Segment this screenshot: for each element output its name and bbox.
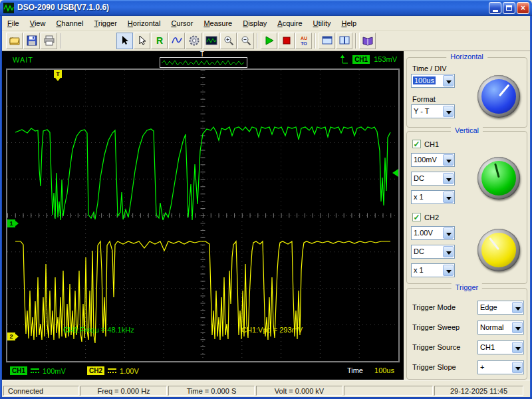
ch2-knob[interactable] (477, 229, 520, 271)
waveform-display-button[interactable] (203, 33, 219, 49)
app-icon (3, 3, 14, 13)
menu-acquire[interactable]: Acquire (272, 17, 307, 29)
freq-status: Freq = 0.000 Hz (80, 386, 167, 396)
help-button[interactable] (359, 33, 376, 49)
minimize-icon (493, 10, 498, 12)
menu-measure[interactable]: Measure (198, 17, 237, 29)
acquisition-status: WAIT (13, 56, 33, 64)
ch2-checkbox[interactable]: ✓ CH2 (412, 213, 439, 221)
ch2-coupling-select[interactable]: DC (411, 245, 455, 259)
toolbar-separator (315, 33, 316, 49)
chevron-down-icon[interactable] (512, 362, 523, 373)
trigger-slope-select[interactable]: + (477, 360, 524, 374)
autoset-button[interactable]: AUTO (295, 33, 312, 49)
open-button[interactable] (6, 33, 23, 49)
maximize-button[interactable] (503, 2, 515, 14)
calibration-button[interactable] (186, 33, 202, 49)
ch2-scale-readout: CH2 1.00V (87, 366, 139, 375)
marker-tail (15, 221, 21, 226)
toolbar-separator (60, 33, 61, 49)
format-select[interactable]: Y - T (411, 104, 455, 118)
scope-area: WAIT T CH1 153mV T 1 2 CH1:Frequ = 48.1k… (2, 51, 404, 380)
chevron-down-icon[interactable] (443, 246, 454, 257)
refresh-button[interactable]: R (151, 33, 168, 49)
ch1-checkbox[interactable]: ✓ CH1 (412, 140, 439, 148)
trigger-mode-value: Edge (480, 303, 497, 311)
fft-button[interactable] (168, 33, 185, 49)
ch2-badge: CH2 (87, 366, 104, 375)
zoom-in-icon (223, 35, 235, 47)
dc-coupling-icon (108, 368, 116, 374)
print-button[interactable] (41, 33, 57, 49)
toolbar-separator (257, 33, 258, 49)
chevron-down-icon[interactable] (512, 302, 523, 313)
minimize-button[interactable] (489, 2, 501, 14)
menu-display[interactable]: Display (237, 17, 272, 29)
ch2-checkbox-label: CH2 (424, 213, 439, 221)
time-div-select[interactable]: 100us (411, 74, 455, 88)
chevron-down-icon[interactable] (443, 154, 454, 166)
chevron-down-icon[interactable] (443, 265, 454, 276)
chevron-down-icon[interactable] (443, 106, 454, 117)
menu-channel[interactable]: Channel (51, 17, 88, 29)
time-label: Time (347, 366, 363, 374)
ch1-probe-select[interactable]: x 1 (411, 190, 455, 204)
trigger-source-select[interactable]: CH1 (477, 340, 524, 354)
knob-face (481, 161, 516, 196)
ch1-coupling-value: DC (414, 174, 424, 182)
ch2-position-marker[interactable]: 2 (7, 332, 15, 340)
ch2-probe-select[interactable]: x 1 (411, 263, 455, 277)
help-book-icon (362, 35, 374, 47)
menu-utility[interactable]: Utility (308, 17, 336, 29)
split-window-icon (338, 35, 350, 47)
hpos-preview[interactable] (160, 57, 247, 68)
stop-button[interactable] (278, 33, 295, 49)
select-tool-button[interactable] (116, 33, 133, 49)
chevron-down-icon[interactable] (512, 342, 523, 353)
ch2-volts-value: 1.00V (414, 229, 433, 237)
ch1-scale-value: 100mV (43, 367, 66, 375)
scope-display[interactable]: T 1 2 CH1:Frequ = 48.1kHz CH1:Vpp = 293m… (6, 68, 400, 362)
chevron-down-icon[interactable] (443, 75, 454, 86)
trigger-mode-select[interactable]: Edge (477, 301, 524, 315)
chevron-down-icon[interactable] (443, 227, 454, 239)
trigger-source-badge: CH1 (352, 55, 370, 64)
trigger-level-marker[interactable] (388, 169, 398, 177)
menu-view[interactable]: View (25, 17, 51, 29)
ch2-volts-select[interactable]: 1.00V (411, 226, 455, 240)
trigger-sweep-select[interactable]: Normal (477, 321, 524, 334)
zoom-out-button[interactable] (237, 33, 254, 49)
menu-file[interactable]: File (2, 17, 25, 29)
start-button[interactable] (261, 33, 277, 49)
chevron-down-icon[interactable] (443, 192, 454, 203)
window-layout-button[interactable] (319, 33, 335, 49)
menu-horizontal[interactable]: Horizontal (122, 17, 166, 29)
menu-cursor[interactable]: Cursor (166, 17, 198, 29)
trigger-sweep-value: Normal (480, 323, 503, 331)
chevron-down-icon[interactable] (512, 322, 523, 333)
ch1-knob[interactable] (477, 157, 520, 200)
trigger-slope-value: + (480, 363, 484, 371)
window-split-button[interactable] (336, 33, 352, 49)
knob-face (481, 233, 516, 267)
checkbox-box[interactable]: ✓ (412, 140, 421, 148)
chevron-down-icon[interactable] (443, 173, 454, 184)
horizontal-knob[interactable] (477, 75, 520, 118)
close-button[interactable]: × (517, 2, 529, 14)
menu-help[interactable]: Help (336, 17, 362, 29)
scope-scale-strip: CH1 100mV CH2 1.00V Time 100us (2, 362, 404, 380)
trigger-position-marker[interactable]: T (54, 70, 62, 78)
checkbox-box[interactable]: ✓ (412, 213, 421, 221)
window-title: DSO-2090 USB(V7.1.0.6) (17, 3, 109, 12)
ch1-position-marker[interactable]: 1 (7, 219, 15, 227)
svg-text:TO: TO (301, 41, 307, 46)
dc-coupling-icon (31, 368, 39, 374)
menu-trigger[interactable]: Trigger (88, 17, 122, 29)
ch1-volts-select[interactable]: 100mV (411, 153, 455, 167)
pointer-tool-button[interactable] (134, 33, 150, 49)
zoom-in-button[interactable] (220, 33, 237, 49)
save-button[interactable] (23, 33, 40, 49)
ch1-coupling-select[interactable]: DC (411, 172, 455, 186)
menu-bar: File View Channel Trigger Horizontal Cur… (2, 16, 530, 31)
trigger-group: Trigger Trigger Mode Edge Trigger Sweep … (406, 288, 527, 380)
